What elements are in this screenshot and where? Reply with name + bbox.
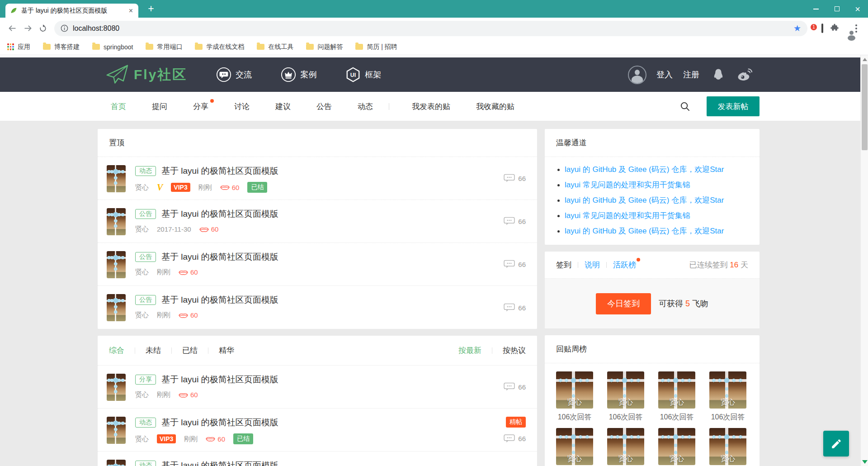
- post-category-badge[interactable]: 分享: [135, 375, 156, 385]
- weekly-user-cell[interactable]: 贤心 106次回答: [607, 371, 644, 422]
- post-author-avatar[interactable]: [107, 251, 126, 278]
- weibo-icon[interactable]: [737, 68, 752, 81]
- weekly-user-cell[interactable]: 贤心 106次回答: [556, 428, 593, 466]
- post-category-badge[interactable]: 动态: [135, 418, 156, 428]
- bookmark-folder[interactable]: 常用端口: [146, 43, 182, 51]
- weekly-user-cell[interactable]: 贤心 106次回答: [658, 428, 695, 466]
- scroll-up-arrow-icon[interactable]: [863, 58, 867, 61]
- extensions-puzzle-icon[interactable]: [830, 23, 839, 34]
- weekly-user-cell[interactable]: 贤心 106次回答: [556, 371, 593, 422]
- register-link[interactable]: 注册: [683, 69, 699, 80]
- notice-link[interactable]: layui 常见问题的处理和实用干货集锦: [565, 181, 690, 189]
- active-rank-link[interactable]: 活跃榜: [613, 260, 636, 270]
- subnav-taolun[interactable]: 讨论: [234, 101, 250, 112]
- comment-count[interactable]: 66: [504, 217, 526, 226]
- new-tab-button[interactable]: +: [145, 3, 157, 15]
- feed-tab-weijie[interactable]: 未结: [146, 345, 161, 356]
- bookmark-folder[interactable]: 博客搭建: [43, 43, 80, 51]
- nav-item-jiaoliu[interactable]: 交流: [216, 67, 252, 82]
- post-author[interactable]: 贤心: [135, 390, 149, 399]
- post-author-avatar[interactable]: [107, 374, 126, 401]
- page-info-icon[interactable]: [61, 24, 68, 32]
- post-title[interactable]: 基于 layui 的极简社区页面模版: [161, 208, 278, 220]
- post-author[interactable]: 贤心: [135, 268, 149, 276]
- post-category-badge[interactable]: 公告: [135, 295, 156, 305]
- post-title[interactable]: 基于 layui 的极简社区页面模版: [161, 165, 278, 177]
- browser-tab[interactable]: 基于 layui 的极简社区页面模版 ×: [5, 4, 138, 18]
- subnav-tiwen[interactable]: 提问: [152, 101, 167, 112]
- notice-link[interactable]: layui 常见问题的处理和实用干货集锦: [565, 211, 690, 220]
- tab-close-icon[interactable]: ×: [127, 7, 135, 15]
- search-icon[interactable]: [680, 101, 690, 112]
- post-author-avatar[interactable]: [107, 417, 126, 444]
- post-title[interactable]: 基于 layui 的极简社区页面模版: [161, 294, 278, 306]
- address-bar[interactable]: localhost:8080 ★: [54, 21, 807, 36]
- weekly-user-cell[interactable]: 贤心 106次回答: [709, 371, 746, 422]
- subnav-home[interactable]: 首页: [111, 101, 126, 112]
- notice-link[interactable]: layui 的 GitHub 及 Gitee (码云) 仓库，欢迎Star: [565, 165, 724, 174]
- user-avatar-icon[interactable]: [628, 66, 646, 84]
- weekly-user-cell[interactable]: 贤心 106次回答: [607, 428, 644, 466]
- nav-item-anli[interactable]: 案例: [281, 67, 316, 82]
- post-title[interactable]: 基于 layui 的极简社区页面模版: [161, 417, 278, 428]
- post-author-avatar[interactable]: [107, 208, 126, 235]
- forward-button[interactable]: [20, 21, 35, 36]
- subnav-my-favorites[interactable]: 我收藏的贴: [476, 101, 514, 112]
- site-logo[interactable]: Fly社区: [104, 64, 187, 86]
- comment-count[interactable]: 66: [504, 174, 526, 183]
- weekly-user-cell[interactable]: 贤心 106次回答: [709, 428, 746, 466]
- subnav-gonggao[interactable]: 公告: [316, 101, 332, 112]
- post-category-badge[interactable]: 公告: [135, 252, 156, 262]
- notice-link[interactable]: layui 的 GitHub 及 Gitee (码云) 仓库，欢迎Star: [565, 196, 724, 204]
- qq-icon[interactable]: [712, 68, 724, 81]
- login-link[interactable]: 登入: [656, 69, 673, 80]
- post-author-avatar[interactable]: [107, 460, 126, 466]
- weekly-user-cell[interactable]: 贤心 106次回答: [658, 371, 695, 422]
- signin-help-link[interactable]: 说明: [585, 260, 600, 270]
- bookmark-folder[interactable]: 在线工具: [257, 43, 293, 51]
- post-author[interactable]: 贤心: [135, 183, 149, 192]
- comment-count[interactable]: 66: [504, 434, 526, 443]
- post-author[interactable]: 贤心: [135, 311, 149, 319]
- signin-today-button[interactable]: 今日签到: [596, 293, 651, 314]
- scroll-down-arrow-icon[interactable]: [862, 460, 868, 464]
- post-category-badge[interactable]: 公告: [135, 209, 156, 219]
- comment-count[interactable]: 66: [504, 260, 526, 269]
- page-scrollbar[interactable]: [860, 55, 868, 466]
- post-author[interactable]: 贤心: [135, 225, 149, 233]
- window-maximize-button[interactable]: [826, 0, 847, 18]
- feed-tab-yijie[interactable]: 已结: [182, 345, 198, 356]
- bookmark-folder[interactable]: springboot: [92, 43, 133, 51]
- window-minimize-button[interactable]: [806, 0, 826, 18]
- feed-tab-zonghe[interactable]: 综合: [109, 345, 124, 356]
- markdown-extension-icon[interactable]: [821, 24, 823, 33]
- post-author-avatar[interactable]: [107, 294, 126, 321]
- post-title[interactable]: 基于 layui 的极简社区页面模版: [161, 374, 278, 385]
- post-author[interactable]: 贤心: [135, 435, 149, 443]
- sort-by-newest[interactable]: 按最新: [458, 345, 481, 356]
- bookmark-folder[interactable]: 简历 | 招聘: [355, 43, 397, 51]
- post-category-badge[interactable]: 动态: [135, 166, 156, 176]
- post-title[interactable]: 基于 layui 的极简社区页面模版: [161, 251, 278, 263]
- subnav-fenxiang[interactable]: 分享: [193, 101, 208, 112]
- new-post-button[interactable]: 发表新帖: [707, 96, 760, 116]
- nav-item-kuangjia[interactable]: UI 框架: [345, 67, 381, 82]
- browser-menu-icon[interactable]: [853, 24, 860, 33]
- back-button[interactable]: [5, 21, 20, 36]
- scrollbar-thumb[interactable]: [862, 64, 868, 150]
- bookmark-apps[interactable]: 应用: [7, 43, 30, 51]
- reload-button[interactable]: [35, 21, 51, 36]
- post-category-badge[interactable]: 动态: [135, 461, 156, 466]
- feed-tab-jinghua[interactable]: 精华: [219, 345, 234, 356]
- subnav-dongtai[interactable]: 动态: [358, 101, 373, 112]
- bookmark-star-icon[interactable]: ★: [793, 23, 801, 33]
- comment-count[interactable]: 66: [504, 383, 526, 391]
- comment-count[interactable]: 66: [504, 303, 526, 312]
- window-close-button[interactable]: ×: [847, 0, 868, 18]
- subnav-my-posts[interactable]: 我发表的贴: [412, 101, 450, 112]
- subnav-jianyi[interactable]: 建议: [275, 101, 291, 112]
- bookmark-folder[interactable]: 问题解答: [306, 43, 343, 51]
- quick-post-fab[interactable]: [823, 431, 849, 456]
- sort-by-hottest[interactable]: 按热议: [503, 345, 526, 356]
- notice-link[interactable]: layui 的 GitHub 及 Gitee (码云) 仓库，欢迎Star: [565, 227, 724, 235]
